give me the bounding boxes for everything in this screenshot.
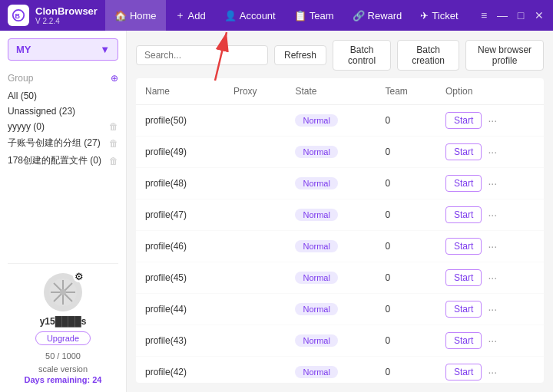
group-yyyyy-label: yyyyy (0) (8, 121, 45, 132)
more-options-button[interactable]: ··· (485, 366, 500, 378)
days-remaining-value: 24 (92, 375, 101, 384)
start-button[interactable]: Start (445, 332, 482, 349)
delete-group-icon[interactable]: 🗑 (109, 121, 118, 132)
state-badge: Normal (295, 272, 337, 284)
col-team: Team (376, 78, 436, 105)
cell-team: 0 (376, 231, 436, 262)
content-area: Refresh Batch control Batch creation New… (127, 31, 553, 392)
nav-reward[interactable]: 🔗 Reward (343, 0, 412, 31)
group-all-label: All (50) (8, 91, 37, 101)
refresh-button[interactable]: Refresh (274, 45, 326, 65)
table-row: profile(42) Normal 0 Start ··· (136, 357, 544, 384)
cell-state: Normal (286, 137, 376, 168)
delete-group-icon[interactable]: 🗑 (109, 138, 118, 149)
more-options-button[interactable]: ··· (485, 240, 500, 252)
start-button[interactable]: Start (445, 175, 482, 192)
more-options-button[interactable]: ··· (485, 146, 500, 158)
table-row: profile(47) Normal 0 Start ··· (136, 199, 544, 231)
profiles-table: Name Proxy State Team Option profile(50)… (136, 78, 544, 383)
cell-name: profile(44) (136, 294, 224, 325)
state-badge: Normal (295, 334, 337, 347)
cell-state: Normal (286, 262, 376, 294)
option-cell: Start ··· (445, 269, 535, 286)
batch-creation-button[interactable]: Batch creation (397, 40, 459, 71)
close-button[interactable]: ✕ (533, 9, 545, 21)
group-label-text: Group (8, 73, 33, 84)
cell-state: Normal (286, 294, 376, 325)
state-badge: Normal (295, 209, 337, 221)
cell-team: 0 (376, 168, 436, 199)
window-controls: ≡ — □ ✕ (478, 9, 545, 21)
nav-team[interactable]: 📋 Team (285, 0, 343, 31)
more-options-button[interactable]: ··· (485, 272, 500, 284)
start-button[interactable]: Start (445, 269, 482, 286)
avatar-container: ⚙ (44, 273, 82, 311)
option-cell: Start ··· (445, 332, 535, 349)
reward-icon: 🔗 (353, 10, 365, 21)
state-badge: Normal (295, 240, 337, 252)
main-nav: 🏠 Home ＋ Add 👤 Account 📋 Team 🔗 Reward ✈… (105, 0, 478, 31)
table-row: profile(44) Normal 0 Start ··· (136, 294, 544, 325)
cell-state: Normal (286, 105, 376, 137)
group-unassigned[interactable]: Unassigned (23) (8, 104, 118, 119)
app-logo: B (8, 5, 29, 26)
upgrade-button[interactable]: Upgrade (35, 331, 91, 345)
start-button[interactable]: Start (445, 301, 482, 318)
user-profile-section: ⚙ y15████s Upgrade 50 / 1000 scale versi… (8, 263, 118, 384)
chevron-down-icon: ▼ (100, 44, 110, 55)
option-cell: Start ··· (445, 301, 535, 318)
group-custom2[interactable]: 178创建的配置文件 (0) 🗑 (8, 152, 118, 170)
nav-home-label: Home (130, 10, 157, 21)
cell-option: Start ··· (436, 199, 544, 231)
cell-name: profile(42) (136, 357, 224, 384)
state-badge: Normal (295, 177, 337, 189)
group-unassigned-label: Unassigned (23) (8, 106, 75, 117)
home-icon: 🏠 (114, 10, 127, 21)
maximize-button[interactable]: □ (515, 9, 527, 21)
more-options-button[interactable]: ··· (485, 114, 500, 127)
cell-name: profile(48) (136, 168, 224, 199)
batch-control-button[interactable]: Batch control (333, 40, 391, 71)
group-all[interactable]: All (50) (8, 88, 118, 104)
cell-proxy (224, 137, 286, 168)
cell-team: 0 (376, 105, 436, 137)
more-options-button[interactable]: ··· (485, 177, 500, 189)
add-group-icon[interactable]: ⊕ (111, 73, 118, 84)
more-options-button[interactable]: ··· (485, 334, 500, 347)
nav-ticket[interactable]: ✈ Ticket (411, 0, 467, 31)
start-button[interactable]: Start (445, 238, 482, 255)
cell-option: Start ··· (436, 325, 544, 357)
profiles-table-container: Name Proxy State Team Option profile(50)… (136, 78, 544, 383)
nav-home[interactable]: 🏠 Home (105, 0, 166, 31)
group-custom1[interactable]: 子账号创建的分组 (27) 🗑 (8, 134, 118, 152)
start-button[interactable]: Start (445, 206, 482, 223)
start-button[interactable]: Start (445, 364, 482, 380)
more-options-button[interactable]: ··· (485, 209, 500, 221)
cell-option: Start ··· (436, 105, 544, 137)
cell-proxy (224, 357, 286, 384)
search-input[interactable] (136, 45, 268, 65)
nav-team-label: Team (310, 10, 334, 21)
start-button[interactable]: Start (445, 112, 482, 129)
col-name: Name (136, 78, 224, 105)
nav-account[interactable]: 👤 Account (215, 0, 285, 31)
nav-add[interactable]: ＋ Add (166, 0, 215, 31)
cell-name: profile(47) (136, 199, 224, 231)
menu-icon[interactable]: ≡ (478, 9, 490, 21)
cell-team: 0 (376, 357, 436, 384)
table-row: profile(49) Normal 0 Start ··· (136, 137, 544, 168)
nav-account-label: Account (240, 10, 276, 21)
settings-icon[interactable]: ⚙ (73, 270, 85, 282)
more-options-button[interactable]: ··· (485, 303, 500, 315)
cell-option: Start ··· (436, 294, 544, 325)
option-cell: Start ··· (445, 364, 535, 380)
my-button[interactable]: MY ▼ (8, 38, 118, 61)
minimize-button[interactable]: — (496, 9, 508, 21)
table-row: profile(45) Normal 0 Start ··· (136, 262, 544, 294)
group-yyyyy[interactable]: yyyyy (0) 🗑 (8, 119, 118, 134)
new-profile-button[interactable]: New browser profile (465, 40, 544, 71)
scale-info: 50 / 1000 scale version (38, 350, 88, 375)
option-cell: Start ··· (445, 112, 535, 129)
start-button[interactable]: Start (445, 143, 482, 160)
delete-group-icon[interactable]: 🗑 (109, 156, 118, 166)
